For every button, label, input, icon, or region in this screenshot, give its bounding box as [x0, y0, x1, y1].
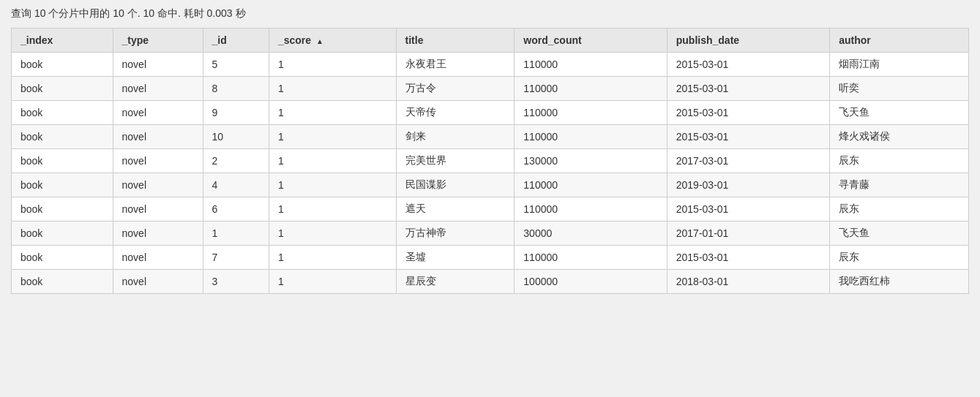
query-info: 查询 10 个分片中用的 10 个. 10 命中. 耗时 0.003 秒: [11, 7, 969, 20]
cell-title: 万古令: [396, 77, 515, 101]
cell-_type: novel: [113, 149, 203, 173]
cell-_score: 1: [269, 246, 396, 270]
cell-title: 星辰变: [396, 270, 515, 294]
table-row: booknovel51永夜君王1100002015-03-01烟雨江南: [12, 53, 969, 77]
cell-title: 剑来: [396, 125, 515, 149]
cell-_id: 6: [203, 197, 269, 222]
cell-author: 辰东: [830, 197, 969, 222]
cell-title: 遮天: [396, 197, 515, 222]
cell-_index: book: [12, 101, 113, 125]
cell-_id: 7: [203, 246, 269, 270]
col-header-author[interactable]: author: [830, 29, 969, 53]
cell-publish_date: 2015-03-01: [667, 53, 829, 77]
cell-word_count: 110000: [515, 101, 667, 125]
cell-_index: book: [12, 125, 113, 149]
cell-_id: 10: [203, 125, 269, 149]
cell-_index: book: [12, 270, 113, 294]
cell-author: 辰东: [830, 246, 969, 270]
cell-publish_date: 2015-03-01: [667, 77, 829, 101]
table-header-row: _index _type _id _score ▲ title word_cou…: [12, 29, 969, 53]
sort-arrow-icon: ▲: [316, 37, 323, 45]
cell-author: 烽火戏诸侯: [830, 125, 969, 149]
cell-_score: 1: [269, 125, 396, 149]
cell-_index: book: [12, 53, 113, 77]
cell-_score: 1: [269, 77, 396, 101]
cell-word_count: 110000: [515, 125, 667, 149]
table-row: booknovel61遮天1100002015-03-01辰东: [12, 197, 969, 222]
table-row: booknovel91天帝传1100002015-03-01飞天鱼: [12, 101, 969, 125]
cell-_score: 1: [269, 101, 396, 125]
cell-_type: novel: [113, 125, 203, 149]
table-row: booknovel101剑来1100002015-03-01烽火戏诸侯: [12, 125, 969, 149]
cell-_type: novel: [113, 270, 203, 294]
cell-word_count: 110000: [515, 246, 667, 270]
cell-word_count: 110000: [515, 77, 667, 101]
col-header-score[interactable]: _score ▲: [269, 29, 396, 53]
cell-_type: novel: [113, 173, 203, 197]
cell-_type: novel: [113, 101, 203, 125]
cell-_type: novel: [113, 77, 203, 101]
col-header-type[interactable]: _type: [113, 29, 203, 53]
cell-word_count: 110000: [515, 173, 667, 197]
cell-_score: 1: [269, 53, 396, 77]
cell-_type: novel: [113, 53, 203, 77]
table-row: booknovel21完美世界1300002017-03-01辰东: [12, 149, 969, 173]
cell-_index: book: [12, 197, 113, 222]
cell-_id: 2: [203, 149, 269, 173]
cell-title: 民国谍影: [396, 173, 515, 197]
cell-title: 圣墟: [396, 246, 515, 270]
cell-publish_date: 2015-03-01: [667, 101, 829, 125]
cell-publish_date: 2015-03-01: [667, 125, 829, 149]
table-row: booknovel11万古神帝300002017-01-01飞天鱼: [12, 222, 969, 246]
cell-author: 辰东: [830, 149, 969, 173]
cell-_type: novel: [113, 246, 203, 270]
cell-word_count: 130000: [515, 149, 667, 173]
cell-word_count: 110000: [515, 197, 667, 222]
cell-_id: 4: [203, 173, 269, 197]
cell-title: 天帝传: [396, 101, 515, 125]
cell-title: 万古神帝: [396, 222, 515, 246]
cell-_index: book: [12, 173, 113, 197]
cell-_index: book: [12, 149, 113, 173]
cell-_score: 1: [269, 222, 396, 246]
cell-author: 我吃西红柿: [830, 270, 969, 294]
cell-author: 听奕: [830, 77, 969, 101]
table-row: booknovel71圣墟1100002015-03-01辰东: [12, 246, 969, 270]
cell-publish_date: 2015-03-01: [667, 197, 829, 222]
cell-author: 寻青藤: [830, 173, 969, 197]
cell-_id: 1: [203, 222, 269, 246]
col-header-publish-date[interactable]: publish_date: [667, 29, 829, 53]
cell-_index: book: [12, 222, 113, 246]
cell-author: 飞天鱼: [830, 222, 969, 246]
cell-_score: 1: [269, 270, 396, 294]
col-header-word-count[interactable]: word_count: [515, 29, 667, 53]
table-row: booknovel31星辰变1000002018-03-01我吃西红柿: [12, 270, 969, 294]
cell-_id: 8: [203, 77, 269, 101]
cell-_score: 1: [269, 173, 396, 197]
cell-_index: book: [12, 246, 113, 270]
cell-publish_date: 2015-03-01: [667, 246, 829, 270]
table-row: booknovel41民国谍影1100002019-03-01寻青藤: [12, 173, 969, 197]
cell-author: 飞天鱼: [830, 101, 969, 125]
cell-_type: novel: [113, 197, 203, 222]
cell-_type: novel: [113, 222, 203, 246]
cell-_score: 1: [269, 149, 396, 173]
table-row: booknovel81万古令1100002015-03-01听奕: [12, 77, 969, 101]
cell-_id: 5: [203, 53, 269, 77]
cell-title: 永夜君王: [396, 53, 515, 77]
col-header-index[interactable]: _index: [12, 29, 113, 53]
cell-publish_date: 2017-03-01: [667, 149, 829, 173]
cell-publish_date: 2017-01-01: [667, 222, 829, 246]
cell-word_count: 110000: [515, 53, 667, 77]
col-header-title[interactable]: title: [396, 29, 515, 53]
cell-publish_date: 2018-03-01: [667, 270, 829, 294]
results-table: _index _type _id _score ▲ title word_cou…: [11, 28, 969, 294]
cell-_index: book: [12, 77, 113, 101]
cell-author: 烟雨江南: [830, 53, 969, 77]
cell-publish_date: 2019-03-01: [667, 173, 829, 197]
cell-title: 完美世界: [396, 149, 515, 173]
col-header-id[interactable]: _id: [203, 29, 269, 53]
cell-_id: 3: [203, 270, 269, 294]
cell-word_count: 100000: [515, 270, 667, 294]
cell-word_count: 30000: [515, 222, 667, 246]
